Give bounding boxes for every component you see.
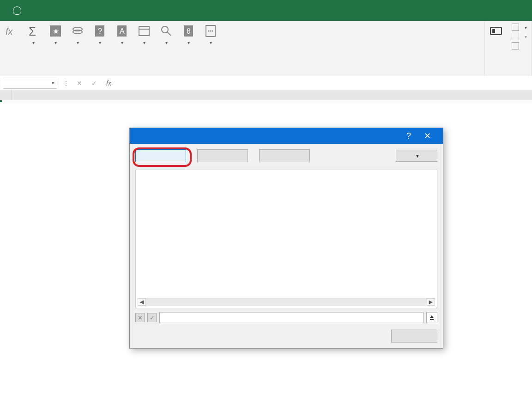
svg-text:fx: fx [6, 26, 13, 37]
range-input[interactable] [159, 312, 423, 323]
ribbon-group-label [485, 74, 532, 76]
calendar-icon [137, 24, 151, 38]
svg-line-13 [167, 32, 171, 36]
svg-rect-20 [490, 27, 502, 35]
svg-rect-10 [139, 26, 149, 36]
ribbon: fx Σ ★ ? A [0, 21, 532, 76]
name-manager-dialog: ? ✕ ▼ ◄ ► ✕ ✓ [129, 128, 443, 349]
grid-small-icon [512, 42, 519, 49]
menu-bar [0, 0, 532, 21]
chevron-down-icon: ▾ [52, 80, 54, 86]
svg-rect-22 [430, 319, 434, 320]
fx-small-icon [512, 33, 519, 40]
name-list[interactable]: ◄ ► [135, 170, 437, 308]
datetime-button[interactable] [133, 21, 155, 74]
delete-button[interactable] [259, 149, 310, 162]
lightbulb-icon [13, 6, 21, 15]
cancel-range-icon[interactable]: ✕ [135, 313, 145, 322]
more-icon [203, 24, 218, 38]
coins-icon [70, 24, 85, 38]
close-button[interactable] [391, 330, 437, 343]
check-icon[interactable]: ✓ [87, 80, 102, 87]
name-manager-button[interactable] [485, 21, 507, 74]
formula-bar: ▾ ⋮ ✕ ✓ fx [0, 76, 532, 90]
lookup-button[interactable] [155, 21, 177, 74]
create-button[interactable] [135, 149, 186, 162]
select-all-corner[interactable] [0, 90, 12, 100]
close-icon[interactable]: ✕ [417, 131, 437, 141]
edit-button[interactable] [197, 149, 248, 162]
svg-text:θ: θ [187, 27, 191, 35]
fx-icon[interactable]: fx [102, 80, 116, 87]
svg-point-12 [162, 26, 168, 33]
define-name-button[interactable]: ▾ [512, 24, 527, 31]
scroll-right-icon[interactable]: ► [427, 298, 435, 306]
use-in-formula-button[interactable]: ▾ [512, 33, 527, 40]
text-a-icon: A [115, 24, 129, 38]
svg-point-18 [210, 31, 212, 32]
financial-button[interactable] [66, 21, 89, 74]
svg-rect-21 [492, 29, 495, 33]
svg-text:A: A [120, 27, 125, 35]
svg-text:?: ? [98, 27, 102, 35]
accept-range-icon[interactable]: ✓ [147, 313, 157, 322]
star-icon: ★ [48, 24, 63, 38]
tell-me-box[interactable] [13, 6, 25, 15]
scroll-left-icon[interactable]: ◄ [138, 298, 146, 306]
logical-button[interactable]: ? [89, 21, 111, 74]
spreadsheet-grid[interactable] [0, 90, 532, 100]
svg-text:★: ★ [53, 27, 59, 35]
insert-function-button[interactable]: fx [0, 21, 22, 74]
fx-icon: fx [4, 24, 18, 38]
range-picker-icon[interactable] [426, 312, 437, 323]
svg-point-17 [208, 31, 210, 32]
help-icon[interactable]: ? [400, 131, 417, 141]
chevron-down-icon: ▼ [415, 153, 420, 159]
sigma-icon: Σ [26, 24, 41, 38]
filter-button[interactable]: ▼ [396, 150, 437, 162]
more-functions-button[interactable] [200, 21, 222, 74]
math-button[interactable]: θ [177, 21, 200, 74]
text-button[interactable]: A [111, 21, 133, 74]
dialog-titlebar[interactable]: ? ✕ [130, 128, 443, 144]
question-icon: ? [92, 24, 107, 38]
recent-button[interactable]: ★ [44, 21, 66, 74]
autosum-button[interactable]: Σ [22, 21, 44, 74]
tag-icon [512, 24, 519, 31]
search-icon [159, 24, 174, 38]
theta-icon: θ [181, 24, 196, 38]
svg-text:Σ: Σ [29, 24, 36, 38]
name-box[interactable]: ▾ [3, 78, 57, 89]
horizontal-scrollbar[interactable]: ◄ ► [138, 298, 435, 306]
name-tag-icon [489, 24, 503, 38]
cancel-icon[interactable]: ✕ [72, 80, 87, 87]
ribbon-group-label [0, 74, 484, 76]
svg-point-19 [212, 31, 213, 32]
create-from-selection-button[interactable] [512, 42, 527, 49]
separator-icon: ⋮ [60, 80, 72, 87]
